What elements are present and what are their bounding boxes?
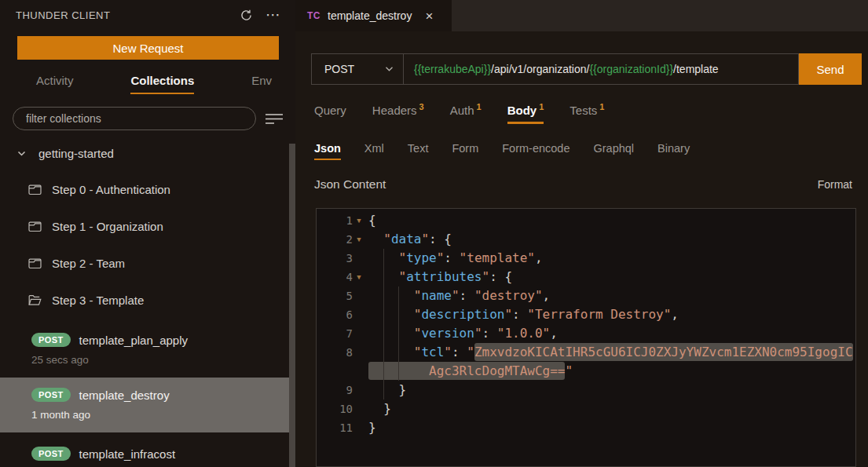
collections-tree: getting-startedStep 0 - AuthenticationSt… (0, 141, 295, 467)
body-type-tabs: JsonXmlTextFormForm-encodeGraphqlBinary (314, 142, 868, 160)
refresh-icon[interactable] (240, 9, 253, 22)
request-item-template-infracost[interactable]: POSTtemplate_infracost (0, 439, 295, 467)
collection-item-getting-started[interactable]: getting-started (0, 141, 295, 165)
main-panel: TC template_destroy × POST {{terrakubeAp… (295, 0, 868, 467)
line-number: 1 (317, 211, 353, 230)
fold-arrow-icon[interactable]: ▼ (353, 268, 365, 286)
chevron-down-icon (385, 66, 394, 72)
fold-gutter (353, 286, 365, 305)
body-tab-form-encode[interactable]: Form-encode (502, 142, 570, 160)
sidebar-scrollbar[interactable] (289, 144, 295, 467)
line-number (317, 362, 353, 381)
request-tab-headers[interactable]: Headers3 (372, 104, 424, 124)
url-variable-segment: {{terrakubeApi}} (414, 63, 491, 75)
line-number: 4 (317, 268, 353, 286)
request-tab-tests[interactable]: Tests1 (570, 104, 604, 124)
json-content-header: Json Content Format (314, 177, 852, 192)
close-icon[interactable]: × (425, 9, 433, 23)
send-button[interactable]: Send (799, 53, 862, 85)
code-line: Agc3RlcDogMTAwCg==" (317, 362, 855, 381)
folder-item-step-3-template[interactable]: Step 3 - Template (0, 288, 295, 312)
body-tab-binary[interactable]: Binary (657, 142, 690, 160)
sidebar-tab-collections[interactable]: Collections (130, 74, 194, 94)
folder-item-step-1-organization[interactable]: Step 1 - Organization (0, 214, 295, 238)
code-line: 3 "type": "template", (317, 249, 855, 268)
request-section-tabs: QueryHeaders3Auth1Body1Tests1 (314, 104, 868, 124)
fold-gutter (353, 324, 365, 343)
code-text: "description": "Terraform Destroy", (365, 305, 679, 324)
folder-item-step-2-team[interactable]: Step 2 - Team (0, 251, 295, 275)
tab-title: template_destroy (328, 9, 418, 22)
request-tab-label: Tests (570, 104, 597, 117)
fold-gutter (353, 362, 365, 381)
method-badge: POST (31, 388, 71, 402)
filter-sort-icon[interactable] (266, 112, 283, 126)
code-line: 4▼ "attributes": { (317, 268, 855, 286)
method-dropdown[interactable]: POST (312, 54, 404, 84)
request-row: POSTtemplate_plan_apply (31, 330, 295, 350)
code-text: Agc3RlcDogMTAwCg==" (365, 362, 573, 381)
fold-arrow-icon[interactable]: ▼ (353, 211, 365, 230)
request-tab-query[interactable]: Query (314, 104, 346, 124)
fold-arrow-icon[interactable]: ▼ (353, 230, 365, 249)
folder-icon (28, 257, 42, 269)
line-number: 3 (317, 249, 353, 268)
body-tab-graphql[interactable]: Graphql (594, 142, 635, 160)
folder-label: Step 3 - Template (52, 294, 144, 307)
sidebar-header: THUNDER CLIENT ⋯ (0, 0, 295, 30)
body-tab-json[interactable]: Json (314, 142, 341, 160)
filter-collections-input[interactable] (13, 107, 256, 130)
sidebar-title: THUNDER CLIENT (16, 9, 227, 21)
body-tab-text[interactable]: Text (408, 142, 429, 160)
request-tab-auth[interactable]: Auth1 (450, 104, 482, 124)
request-row: POSTtemplate_infracost (31, 443, 295, 464)
tab-count-badge: 1 (539, 102, 544, 111)
json-content-title: Json Content (314, 177, 386, 192)
tab-count-badge: 1 (477, 102, 482, 111)
more-icon[interactable]: ⋯ (266, 11, 281, 19)
folder-label: Step 0 - Authentication (52, 183, 170, 196)
tab-count-badge: 3 (419, 102, 424, 111)
url-path-segment: /api/v1/organization/ (491, 63, 589, 75)
line-number: 6 (317, 305, 353, 324)
editor-tab-template-destroy[interactable]: TC template_destroy × (295, 0, 452, 31)
filter-row (13, 107, 291, 130)
folder-label: Step 1 - Organization (52, 220, 163, 233)
method-badge: POST (31, 333, 71, 347)
chevron-down-icon (16, 148, 27, 159)
method-url-box: POST {{terrakubeApi}}/api/v1/organizatio… (311, 53, 799, 85)
folder-item-step-0-authentication[interactable]: Step 0 - Authentication (0, 177, 295, 201)
code-line: 2▼ "data": { (317, 230, 855, 249)
line-number: 2 (317, 230, 353, 249)
request-time: 25 secs ago (31, 354, 295, 370)
tab-count-badge: 1 (599, 102, 604, 111)
json-code-editor[interactable]: 1▼{2▼ "data": {3 "type": "template",4▼ "… (316, 208, 856, 467)
new-request-button[interactable]: New Request (17, 36, 279, 60)
fold-gutter (353, 343, 365, 362)
folder-icon (28, 221, 42, 232)
body-tab-xml[interactable]: Xml (364, 142, 384, 160)
collection-label: getting-started (38, 147, 114, 160)
request-item-template-plan-apply[interactable]: POSTtemplate_plan_apply25 secs ago (0, 325, 295, 373)
request-label: template_infracost (79, 447, 176, 461)
code-text: } (365, 418, 376, 437)
url-input[interactable]: {{terrakubeApi}}/api/v1/organization/{{o… (404, 54, 798, 84)
request-tab-label: Headers (372, 104, 417, 117)
folder-open-icon (28, 294, 42, 306)
format-button[interactable]: Format (818, 178, 852, 191)
sidebar-tab-env[interactable]: Env (251, 74, 272, 94)
line-number: 8 (317, 343, 353, 362)
code-line: 8 "tcl": "ZmxvdzoKICAtIHR5cGU6ICJ0ZXJyYW… (317, 343, 855, 362)
request-row: POSTtemplate_destroy (31, 385, 295, 405)
sidebar-tab-activity[interactable]: Activity (36, 74, 74, 94)
folder-label: Step 2 - Team (52, 257, 125, 270)
thunder-client-tab-icon: TC (307, 10, 320, 21)
request-tab-body[interactable]: Body1 (507, 104, 544, 124)
code-line: 7 "version": "1.0.0", (317, 324, 855, 343)
indent-guide (398, 286, 399, 381)
code-text: "attributes": { (365, 268, 512, 286)
request-item-template-destroy[interactable]: POSTtemplate_destroy1 month ago (0, 378, 295, 432)
fold-gutter (353, 381, 365, 400)
body-tab-form[interactable]: Form (452, 142, 478, 160)
code-text: { (365, 211, 376, 230)
